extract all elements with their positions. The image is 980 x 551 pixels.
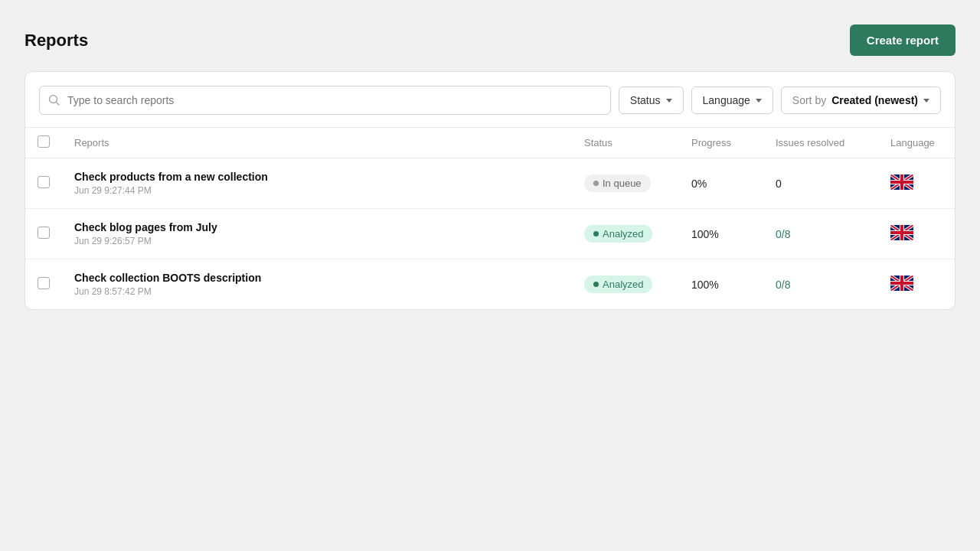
col-language-header: Language bbox=[878, 128, 955, 158]
progress-value: 100% bbox=[691, 228, 719, 240]
sort-value: Created (newest) bbox=[831, 94, 918, 106]
progress-value: 0% bbox=[691, 178, 707, 190]
report-name: Check products from a new collection bbox=[74, 171, 560, 183]
report-name: Check collection BOOTS description bbox=[74, 272, 560, 284]
language-flag bbox=[890, 225, 913, 240]
reports-table: Reports Status Progress Issues resolved … bbox=[25, 128, 955, 309]
col-issues-header: Issues resolved bbox=[763, 128, 878, 158]
language-flag bbox=[890, 276, 913, 291]
col-reports-header: Reports bbox=[62, 128, 572, 158]
search-input[interactable] bbox=[39, 86, 611, 115]
row-checkbox-1[interactable] bbox=[38, 176, 50, 188]
table-row: Check products from a new collection Jun… bbox=[25, 158, 955, 209]
status-filter-button[interactable]: Status bbox=[619, 86, 684, 114]
table-row: Check blog pages from July Jun 29 9:26:5… bbox=[25, 209, 955, 259]
issues-value: 0 bbox=[776, 178, 782, 190]
status-dot bbox=[593, 231, 599, 236]
language-filter-button[interactable]: Language bbox=[691, 86, 773, 114]
chevron-down-icon bbox=[923, 99, 929, 103]
col-status-header: Status bbox=[572, 128, 679, 158]
sort-prefix: Sort by bbox=[792, 94, 826, 106]
table-row: Check collection BOOTS description Jun 2… bbox=[25, 259, 955, 310]
issues-value: 0/8 bbox=[776, 279, 790, 291]
report-date: Jun 29 9:27:44 PM bbox=[74, 185, 560, 196]
search-wrapper bbox=[39, 86, 611, 115]
sort-button[interactable]: Sort by Created (newest) bbox=[781, 86, 941, 114]
chevron-down-icon bbox=[666, 99, 672, 103]
status-badge: In queue bbox=[584, 174, 651, 192]
toolbar: Status Language Sort by Created (newest) bbox=[25, 72, 955, 128]
col-progress-header: Progress bbox=[679, 128, 763, 158]
status-badge: Analyzed bbox=[584, 276, 652, 293]
progress-value: 100% bbox=[691, 279, 719, 291]
status-dot bbox=[593, 181, 599, 186]
select-all-checkbox[interactable] bbox=[38, 135, 50, 148]
issues-value: 0/8 bbox=[776, 228, 790, 240]
report-name: Check blog pages from July bbox=[74, 221, 560, 233]
row-checkbox-2[interactable] bbox=[38, 227, 50, 239]
status-badge: Analyzed bbox=[584, 225, 652, 243]
chevron-down-icon bbox=[756, 99, 762, 103]
reports-card: Status Language Sort by Created (newest)… bbox=[24, 71, 956, 310]
status-dot bbox=[593, 282, 599, 287]
row-checkbox-3[interactable] bbox=[38, 277, 50, 289]
report-date: Jun 29 8:57:42 PM bbox=[74, 286, 560, 297]
page-title: Reports bbox=[24, 31, 88, 51]
create-report-button[interactable]: Create report bbox=[850, 24, 956, 56]
language-flag bbox=[890, 174, 913, 190]
report-date: Jun 29 9:26:57 PM bbox=[74, 236, 560, 246]
